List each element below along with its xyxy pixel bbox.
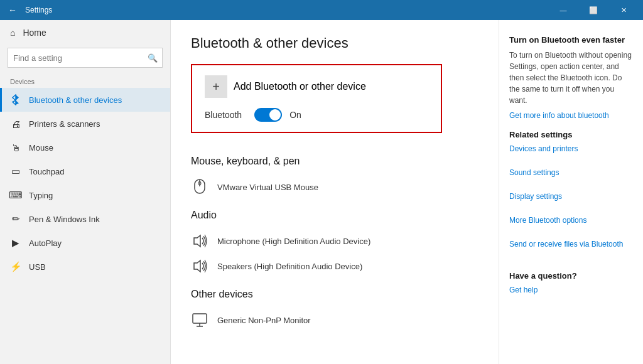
window-controls: — ⬜ ✕: [549, 0, 638, 20]
add-device-button[interactable]: + Add Bluetooth or other device: [205, 75, 428, 98]
device-item-monitor: Generic Non-PnP Monitor: [191, 308, 478, 333]
svg-marker-4: [194, 260, 200, 272]
sidebar-item-label-mouse: Mouse: [29, 143, 53, 153]
sidebar: ⌂ Home 🔍 Devices Bluetooth & other devic…: [0, 20, 171, 364]
link-more-bluetooth[interactable]: More Bluetooth options: [509, 216, 633, 225]
device-name-mouse: VMware Virtual USB Mouse: [217, 183, 318, 192]
printer-icon: 🖨: [10, 118, 21, 129]
section-title-other: Other devices: [191, 289, 478, 300]
speaker-icon-2: [191, 257, 208, 275]
sidebar-item-label-usb: USB: [29, 262, 46, 272]
main-layout: ⌂ Home 🔍 Devices Bluetooth & other devic…: [0, 20, 643, 364]
search-icon: 🔍: [148, 53, 158, 63]
link-devices-printers[interactable]: Devices and printers: [509, 144, 633, 153]
pen-icon: ✏: [10, 213, 21, 225]
svg-rect-5: [193, 314, 207, 323]
search-input[interactable]: [8, 48, 163, 68]
sidebar-item-usb[interactable]: ⚡ USB: [0, 255, 170, 279]
device-item-mouse: VMware Virtual USB Mouse: [191, 174, 478, 200]
related-links: Devices and printers Sound settings Disp…: [509, 144, 633, 259]
device-item-microphone: Microphone (High Definition Audio Device…: [191, 228, 478, 254]
sidebar-item-label-bluetooth: Bluetooth & other devices: [29, 95, 122, 105]
sidebar-item-typing[interactable]: ⌨ Typing: [0, 183, 170, 207]
tip-title: Turn on Bluetooth even faster: [509, 35, 633, 45]
sidebar-item-touchpad[interactable]: ▭ Touchpad: [0, 159, 170, 183]
restore-button[interactable]: ⬜: [579, 0, 608, 20]
content-area: Bluetooth & other devices + Add Bluetoot…: [171, 20, 499, 364]
sidebar-item-label-typing: Typing: [29, 191, 53, 200]
titlebar: ← Settings — ⬜ ✕: [0, 0, 643, 20]
close-button[interactable]: ✕: [609, 0, 638, 20]
link-display-settings[interactable]: Display settings: [509, 192, 633, 201]
get-help-link[interactable]: Get help: [509, 286, 633, 294]
back-button[interactable]: ←: [5, 3, 20, 18]
typing-icon: ⌨: [10, 190, 21, 201]
bluetooth-toggle[interactable]: [254, 108, 282, 122]
monitor-icon: [191, 311, 208, 329]
mouse-device-icon: [191, 178, 208, 196]
bluetooth-label: Bluetooth: [205, 110, 242, 120]
touchpad-icon: ▭: [10, 166, 21, 177]
titlebar-title: Settings: [25, 6, 549, 14]
sidebar-item-autoplay[interactable]: ▶ AutoPlay: [0, 231, 170, 255]
sidebar-section-label: Devices: [0, 75, 170, 88]
section-title-audio: Audio: [191, 210, 478, 221]
have-question-title: Have a question?: [509, 271, 633, 281]
home-icon: ⌂: [10, 28, 15, 38]
add-device-box: + Add Bluetooth or other device Bluetoot…: [191, 64, 442, 133]
sidebar-item-label-printers: Printers & scanners: [29, 119, 100, 129]
toggle-state-label: On: [289, 110, 301, 120]
link-send-receive-bluetooth[interactable]: Send or receive files via Bluetooth: [509, 240, 633, 249]
bluetooth-toggle-row: Bluetooth On: [205, 108, 428, 122]
sidebar-item-mouse[interactable]: 🖱 Mouse: [0, 136, 170, 159]
sidebar-item-label-pen: Pen & Windows Ink: [29, 215, 100, 224]
sidebar-item-printers[interactable]: 🖨 Printers & scanners: [0, 112, 170, 136]
sidebar-item-pen[interactable]: ✏ Pen & Windows Ink: [0, 207, 170, 231]
svg-marker-3: [194, 235, 200, 247]
section-title-mouse: Mouse, keyboard, & pen: [191, 156, 478, 167]
device-name-microphone: Microphone (High Definition Audio Device…: [217, 237, 370, 246]
page-title: Bluetooth & other devices: [191, 35, 478, 51]
right-panel: Turn on Bluetooth even faster To turn on…: [499, 20, 643, 364]
tip-link[interactable]: Get more info about bluetooth: [509, 111, 633, 120]
link-sound-settings[interactable]: Sound settings: [509, 168, 633, 177]
plus-icon: +: [205, 75, 227, 98]
sidebar-search-container: 🔍: [8, 48, 163, 68]
bluetooth-icon: [10, 94, 21, 105]
speaker-icon-1: [191, 232, 208, 250]
sidebar-home-label: Home: [23, 28, 46, 38]
related-settings-title: Related settings: [509, 130, 633, 139]
device-name-speakers: Speakers (High Definition Audio Device): [217, 262, 362, 271]
sidebar-item-label-touchpad: Touchpad: [29, 167, 64, 176]
sidebar-item-label-autoplay: AutoPlay: [29, 238, 62, 248]
tip-description: To turn on Bluetooth without opening Set…: [509, 50, 633, 106]
device-name-monitor: Generic Non-PnP Monitor: [217, 316, 311, 325]
autoplay-icon: ▶: [10, 237, 21, 249]
sidebar-home[interactable]: ⌂ Home: [0, 20, 170, 45]
usb-icon: ⚡: [10, 261, 21, 272]
minimize-button[interactable]: —: [549, 0, 578, 20]
mouse-icon: 🖱: [10, 142, 21, 153]
add-device-label: Add Bluetooth or other device: [234, 81, 366, 92]
device-item-speakers: Speakers (High Definition Audio Device): [191, 254, 478, 279]
sidebar-item-bluetooth[interactable]: Bluetooth & other devices: [0, 88, 170, 112]
